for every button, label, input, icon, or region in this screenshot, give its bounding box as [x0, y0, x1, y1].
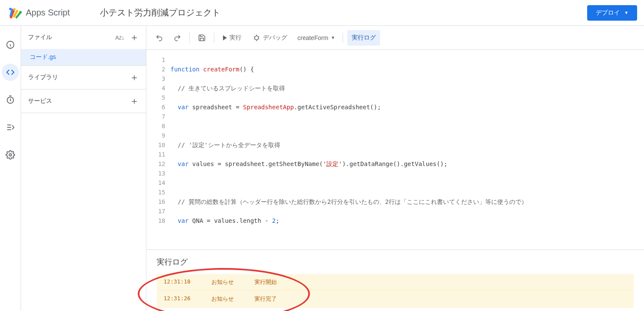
code-editor[interactable]: 123456789101112131415161718 function cre…: [146, 50, 644, 249]
toolbar: 実行 デバッグ createForm ▼ 実行ログ: [146, 26, 644, 50]
sidebar: ファイル AZ↓ ＋ コード.gs ライブラリ ＋ サービス ＋: [21, 26, 146, 311]
svg-point-1: [9, 8, 12, 10]
left-rail: [0, 26, 21, 311]
main-area: 実行 デバッグ createForm ▼ 実行ログ 12345678910111…: [146, 26, 644, 311]
libraries-header: ライブラリ ＋: [21, 66, 146, 89]
services-label: サービス: [28, 97, 52, 105]
function-selected: createForm: [297, 34, 328, 41]
save-button[interactable]: [194, 30, 210, 46]
add-library-icon[interactable]: ＋: [130, 71, 139, 84]
project-title[interactable]: 小テスト労力削減プロジェクト: [100, 7, 587, 18]
files-header: ファイル AZ↓ ＋: [21, 26, 146, 49]
deploy-button[interactable]: デプロイ ▼: [587, 5, 637, 21]
log-type: お知らせ: [211, 295, 234, 303]
run-button[interactable]: 実行: [219, 30, 246, 46]
deploy-label: デプロイ: [596, 9, 620, 17]
rail-triggers-icon[interactable]: [2, 91, 19, 108]
svg-point-3: [19, 11, 22, 13]
function-selector[interactable]: createForm ▼: [294, 34, 338, 41]
add-service-icon[interactable]: ＋: [130, 95, 139, 108]
log-msg: 実行完了: [254, 295, 277, 303]
rail-overview-icon[interactable]: [2, 36, 19, 53]
log-time: 12:31:18: [164, 278, 191, 286]
debug-button[interactable]: デバッグ: [248, 30, 291, 46]
chevron-down-icon: ▼: [331, 35, 335, 40]
sort-az-icon[interactable]: AZ↓: [115, 34, 124, 41]
separator: [343, 33, 343, 43]
rail-settings-icon[interactable]: [2, 146, 19, 163]
execution-log-panel: 実行ログ 12:31:18 お知らせ 実行開始 12:31:26 お知らせ 実行…: [146, 249, 644, 311]
separator: [214, 33, 214, 43]
header: Apps Script 小テスト労力削減プロジェクト デプロイ ▼: [0, 0, 644, 26]
gutter: 123456789101112131415161718: [146, 55, 170, 249]
run-label: 実行: [229, 34, 242, 42]
svg-point-12: [255, 36, 259, 40]
log-title: 実行ログ: [157, 257, 634, 267]
execution-log-button[interactable]: 実行ログ: [347, 30, 380, 46]
debug-label: デバッグ: [263, 34, 287, 42]
undo-button[interactable]: [152, 30, 167, 46]
log-row: 12:31:26 お知らせ 実行完了: [157, 291, 634, 308]
services-header: サービス ＋: [21, 89, 146, 113]
app-name: Apps Script: [26, 8, 70, 18]
code-content[interactable]: function createForm() { // 生きているスプレッドシート…: [170, 55, 644, 249]
rail-executions-icon[interactable]: [2, 119, 19, 136]
logo-area[interactable]: Apps Script: [7, 5, 93, 21]
play-icon: [223, 35, 227, 40]
file-item-code[interactable]: コード.gs: [21, 49, 146, 65]
log-row: 12:31:18 お知らせ 実行開始: [157, 274, 634, 291]
chevron-down-icon: ▼: [624, 10, 629, 15]
bug-icon: [253, 34, 260, 42]
svg-point-0: [10, 15, 12, 18]
log-msg: 実行開始: [254, 278, 277, 286]
separator: [189, 33, 190, 43]
redo-button[interactable]: [170, 30, 185, 46]
apps-script-logo-icon: [7, 5, 22, 21]
rail-editor-icon[interactable]: [2, 64, 19, 81]
files-label: ファイル: [28, 34, 52, 41]
svg-point-11: [9, 154, 12, 156]
libraries-label: ライブラリ: [28, 74, 58, 81]
log-type: お知らせ: [211, 278, 234, 286]
log-time: 12:31:26: [164, 295, 191, 303]
log-label: 実行ログ: [352, 34, 376, 42]
add-file-icon[interactable]: ＋: [130, 31, 139, 44]
svg-point-2: [13, 8, 15, 10]
